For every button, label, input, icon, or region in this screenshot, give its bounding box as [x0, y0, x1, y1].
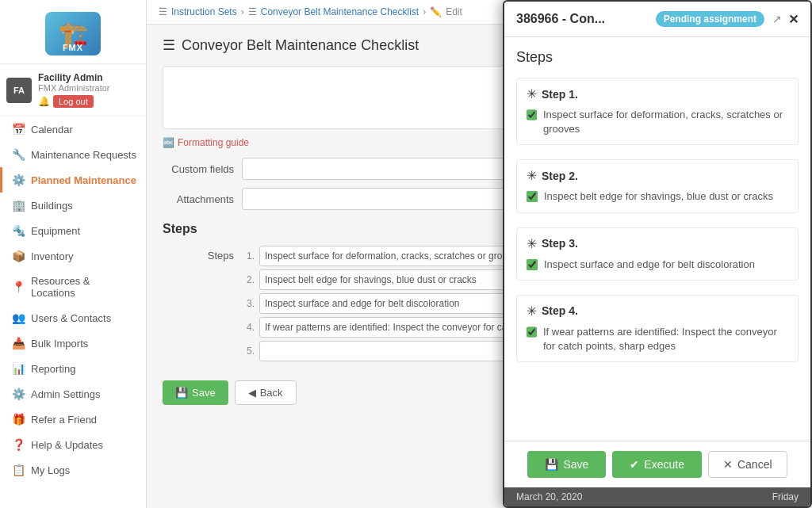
breadcrumb-list-icon2: ☰	[248, 6, 257, 17]
main-content: ☰ Instruction Sets › ☰ Conveyor Belt Mai…	[147, 0, 812, 508]
sidebar-item-resources-locations[interactable]: 📍 Resources & Locations	[0, 269, 146, 305]
step-body: Inspect surface for deformation, cracks,…	[527, 108, 788, 136]
step-asterisk-icon: ✳	[527, 304, 537, 319]
equipment-icon: 🔩	[12, 224, 25, 237]
step-number: 4.	[242, 322, 255, 333]
sidebar-item-my-logs[interactable]: 📋 My Logs	[0, 457, 146, 483]
popup-execute-button[interactable]: ✔ Execute	[612, 451, 702, 478]
user-role: FMX Administrator	[38, 83, 140, 93]
breadcrumb-sep2: ›	[423, 6, 426, 17]
sidebar-item-label: My Logs	[31, 464, 70, 476]
save-button[interactable]: 💾 Save	[163, 380, 228, 405]
step-asterisk-icon: ✳	[527, 168, 537, 183]
popup-body: Steps ✳ Step 1. Inspect surface for defo…	[504, 37, 810, 441]
reporting-icon: 📊	[12, 362, 25, 375]
step-asterisk-icon: ✳	[527, 86, 537, 101]
step-description: Inspect belt edge for shavings, blue dus…	[544, 189, 773, 204]
sidebar-item-label: Admin Settings	[31, 388, 100, 400]
step-checkbox[interactable]	[527, 259, 538, 270]
sidebar-item-reporting[interactable]: 📊 Reporting	[0, 356, 146, 381]
breadcrumb-edit-icon: ✏️	[430, 6, 442, 17]
popup-save-button[interactable]: 💾 Save	[527, 451, 606, 478]
popup-cancel-button[interactable]: ✕ Cancel	[708, 451, 787, 478]
help-icon: ❓	[12, 438, 25, 451]
custom-fields-label: Custom fields	[163, 163, 234, 175]
back-button[interactable]: ◀ Back	[235, 380, 297, 405]
sidebar-user: FA Facility Admin FMX Administrator 🔔 Lo…	[0, 64, 146, 116]
sidebar-nav: 📅 Calendar 🔧 Maintenance Requests ⚙️ Pla…	[0, 116, 146, 508]
bulk-imports-icon: 📥	[12, 337, 25, 349]
sidebar-item-label: Users & Contacts	[31, 312, 111, 324]
step-number: 1.	[242, 250, 255, 262]
bell-icon: 🔔	[38, 96, 50, 107]
sidebar-item-users-contacts[interactable]: 👥 Users & Contacts	[0, 305, 146, 330]
popup-steps-title: Steps	[516, 49, 799, 66]
external-link-icon[interactable]: ↗	[772, 13, 782, 25]
sidebar-item-buildings[interactable]: 🏢 Buildings	[0, 193, 146, 218]
popup-date-bar: March 20, 2020 Friday	[504, 487, 810, 506]
sidebar-item-help-updates[interactable]: ❓ Help & Updates	[0, 432, 146, 457]
popup-cancel-icon: ✕	[723, 458, 733, 471]
step-title: Step 3.	[542, 237, 578, 250]
step-number: 5.	[242, 346, 255, 357]
step-checkbox[interactable]	[527, 109, 537, 120]
resources-icon: 📍	[12, 281, 25, 293]
logout-button[interactable]: Log out	[53, 95, 94, 108]
inventory-icon: 📦	[12, 250, 25, 262]
maintenance-icon: 🔧	[12, 148, 25, 161]
sidebar-item-label: Refer a Friend	[31, 414, 97, 426]
step-number: 3.	[242, 298, 255, 309]
sidebar-item-label: Planned Maintenance	[31, 174, 136, 186]
step-checkbox[interactable]	[527, 327, 537, 338]
sidebar-item-maintenance-requests[interactable]: 🔧 Maintenance Requests	[0, 142, 146, 167]
popup-date-right: Friday	[772, 491, 799, 502]
step-asterisk-icon: ✳	[527, 236, 537, 251]
popup-footer: 💾 Save ✔ Execute ✕ Cancel	[504, 441, 810, 487]
sidebar-item-calendar[interactable]: 📅 Calendar	[0, 116, 146, 142]
step-checkbox[interactable]	[527, 191, 538, 202]
sidebar-item-planned-maintenance[interactable]: ⚙️ Planned Maintenance	[0, 167, 146, 193]
popup-step-4: ✳ Step 4. If wear patterns are identifie…	[516, 295, 799, 362]
popup-step-header: ✳ Step 2.	[527, 168, 788, 183]
avatar: FA	[6, 78, 32, 103]
breadcrumb-edit: Edit	[446, 6, 462, 17]
sidebar-item-admin-settings[interactable]: ⚙️ Admin Settings	[0, 381, 146, 407]
popup-save-icon: 💾	[545, 458, 558, 471]
step-body: Inspect belt edge for shavings, blue dus…	[527, 189, 788, 204]
attachments-label: Attachments	[163, 193, 234, 205]
status-badge: Pending assignment	[656, 11, 764, 27]
step-description: Inspect surface for deformation, cracks,…	[543, 108, 788, 136]
popup-step-2: ✳ Step 2. Inspect belt edge for shavings…	[516, 159, 799, 212]
refer-icon: 🎁	[12, 413, 25, 426]
popup-header: 386966 - Con... Pending assignment ↗ ✕	[504, 2, 810, 37]
breadcrumb-checklist[interactable]: Conveyor Belt Maintenance Checklist	[261, 6, 419, 17]
step-title: Step 1.	[542, 88, 578, 101]
popup-execute-label: Execute	[644, 458, 684, 471]
popup-overlay: 386966 - Con... Pending assignment ↗ ✕ S…	[503, 0, 812, 508]
sidebar-item-equipment[interactable]: 🔩 Equipment	[0, 218, 146, 243]
step-body: Inspect surface and edge for belt discol…	[527, 258, 788, 272]
sidebar-item-label: Maintenance Requests	[31, 149, 136, 161]
sidebar-item-label: Calendar	[31, 124, 73, 136]
sidebar: 🏗️ FMX FA Facility Admin FMX Administrat…	[0, 0, 147, 508]
back-label: Back	[260, 387, 283, 399]
calendar-icon: 📅	[12, 123, 25, 136]
planned-maintenance-icon: ⚙️	[12, 174, 25, 186]
formatting-guide-text: Formatting guide	[178, 137, 249, 148]
logo-text: FMX	[63, 43, 83, 52]
sidebar-item-label: Bulk Imports	[31, 338, 88, 349]
formatting-icon: 🔤	[163, 137, 174, 148]
sidebar-item-bulk-imports[interactable]: 📥 Bulk Imports	[0, 330, 146, 356]
popup-step-header: ✳ Step 3.	[527, 236, 788, 251]
popup-date-left: March 20, 2020	[516, 491, 582, 502]
sidebar-item-refer-friend[interactable]: 🎁 Refer a Friend	[0, 407, 146, 432]
sidebar-item-inventory[interactable]: 📦 Inventory	[0, 243, 146, 269]
popup-step-header: ✳ Step 4.	[527, 304, 788, 319]
breadcrumb-instruction-sets[interactable]: Instruction Sets	[171, 6, 237, 17]
close-icon[interactable]: ✕	[788, 12, 799, 27]
user-name: Facility Admin	[38, 72, 140, 83]
step-description: Inspect surface and edge for belt discol…	[544, 258, 755, 272]
step-title: Step 4.	[542, 304, 578, 317]
breadcrumb-sep1: ›	[241, 6, 244, 17]
buildings-icon: 🏢	[12, 199, 25, 212]
